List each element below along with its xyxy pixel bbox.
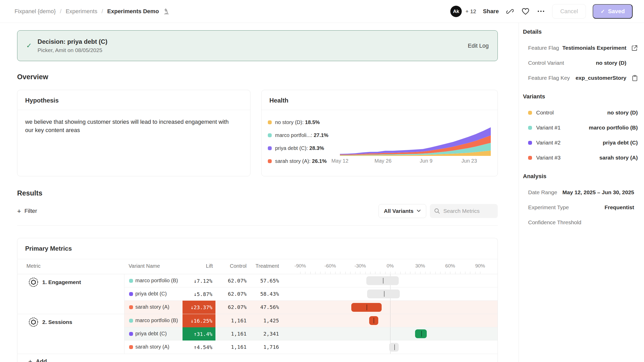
lift-axis-label: 60% [445, 263, 455, 269]
copy-clipboard-icon[interactable] [626, 75, 638, 81]
table-row[interactable]: marco portfolio (B)↓16.25%1,1611,425 [124, 314, 498, 327]
metric-name: 1. Engagement [42, 278, 81, 285]
primary-metrics-card: Primary Metrics Metric Variant Name Lift… [17, 238, 498, 362]
analysis-value: May 12, 2025 – Jun 30, 2025 [562, 189, 634, 196]
external-link-icon[interactable] [626, 45, 638, 51]
collaborators-count[interactable]: + 12 [465, 8, 476, 15]
lift-marker [421, 331, 422, 337]
variant-rows: marco portfolio (B)↓7.12%62.07%57.65%pri… [124, 274, 498, 314]
variant-value: no story (D) [607, 110, 638, 116]
variant-label: Control [536, 110, 554, 116]
analysis-row-experiment-type: Experiment Type Frequentist [523, 204, 638, 211]
variant-name: marco portfolio (B) [135, 317, 178, 323]
axis-tick [410, 272, 410, 274]
share-button[interactable]: Share [483, 8, 499, 15]
copy-link-icon[interactable] [506, 7, 514, 16]
x-axis-label: Jun 9 [420, 158, 432, 164]
lift-axis-label: 30% [415, 263, 425, 269]
health-legend-item: no story (D): 18.5% [268, 119, 340, 125]
table-row[interactable]: priya debt (C)↑31.4%1,1612,341 [124, 327, 498, 341]
x-axis-label: May 26 [374, 158, 391, 164]
table-row[interactable]: marco portfolio (B)↓7.12%62.07%57.65% [124, 274, 498, 287]
legend-label: sarah story (A): 26.1% [275, 158, 327, 164]
detail-row-control-variant: Control Variant no story (D) [523, 59, 638, 67]
axis-tick [430, 272, 430, 274]
control-value: 62.07% [215, 278, 247, 284]
axis-tick [365, 272, 366, 274]
analysis-value: Frequentist [605, 204, 634, 211]
axis-tick [405, 272, 405, 274]
treatment-value: 1,425 [247, 317, 279, 324]
variant-swatch [129, 319, 133, 323]
variant-name: priya debt (C) [135, 331, 167, 337]
cancel-button[interactable]: Cancel [552, 4, 586, 19]
saved-button[interactable]: ✓ Saved [593, 4, 633, 19]
top-bar: Fixpanel {demo} / Experiments / Experime… [0, 0, 644, 23]
analysis-label: Confidence Threshold [528, 219, 581, 226]
axis-tick [380, 272, 380, 274]
detail-row-feature-flag: Feature Flag Testimonials Experiment [523, 44, 638, 52]
decision-banner: ✓ Decision: priya debt (C) Picker, Amit … [17, 30, 498, 61]
lift-axis-label: -90% [295, 263, 306, 269]
health-legend-item: marco portfoli...: 27.1% [268, 132, 340, 138]
lift-marker [374, 318, 374, 323]
axis-tick [300, 272, 300, 274]
control-value: 1,161 [215, 317, 247, 324]
axis-tick [420, 272, 421, 274]
decision-title: Decision: priya debt (C) [38, 38, 107, 45]
variant-row: Variant #1 marco portfolio (B) [523, 124, 638, 132]
detail-value[interactable]: Testimonials Experiment [562, 45, 626, 51]
detail-value: no story (D) [596, 60, 626, 66]
column-treatment: Treatment [247, 263, 279, 269]
main-content: ✓ Decision: priya debt (C) Picker, Amit … [0, 23, 519, 362]
favorite-heart-icon[interactable] [521, 7, 530, 16]
table-row[interactable]: sarah story (A)↓23.37%62.07%47.56% [124, 301, 498, 314]
lift-value: ↓16.25% [183, 314, 215, 327]
metric-cell[interactable]: 1. Engagement [17, 274, 124, 314]
breadcrumb-experiments[interactable]: Experiments [66, 8, 97, 15]
table-row[interactable]: sarah story (A)↑4.54%1,1611,716 [124, 341, 498, 354]
add-metric-button[interactable]: + Add [17, 354, 498, 362]
variant-value: marco portfolio (B) [589, 125, 638, 131]
variant-name: sarah story (A) [135, 304, 169, 310]
axis-tick [385, 272, 386, 274]
plus-icon: + [17, 208, 21, 214]
axis-tick [390, 272, 390, 274]
column-control: Control [215, 263, 247, 269]
plus-icon: + [28, 358, 32, 362]
breadcrumb-project[interactable]: Fixpanel {demo} [15, 8, 56, 15]
metric-name: 2. Sessions [42, 317, 72, 325]
lift-marker [383, 278, 383, 284]
detail-label: Feature Flag Key [528, 75, 570, 81]
treatment-value: 47.56% [247, 304, 279, 310]
treatment-value: 2,341 [247, 331, 279, 337]
add-filter-button[interactable]: + Filter [17, 208, 37, 214]
avatar[interactable]: Ak [450, 6, 462, 17]
table-body: 1. Engagementmarco portfolio (B)↓7.12%62… [17, 274, 498, 354]
lift-axis-label: 90% [475, 263, 485, 269]
axis-tick [325, 272, 325, 274]
axis-tick [475, 272, 475, 274]
axis-tick [340, 272, 340, 274]
variant-value: sarah story (A) [599, 155, 638, 161]
table-header: Metric Variant Name Lift Control Treatme… [17, 259, 498, 274]
axis-tick [330, 272, 331, 274]
more-options-icon[interactable] [537, 7, 545, 16]
edit-log-button[interactable]: Edit Log [468, 42, 489, 49]
chevron-down-icon [417, 209, 421, 212]
table-row[interactable]: priya debt (C)↓5.87%62.07%58.43% [124, 287, 498, 301]
axis-tick [310, 272, 311, 274]
breadcrumb-separator: / [60, 8, 61, 15]
column-metric: Metric [26, 263, 40, 269]
analysis-row-date-range: Date Range May 12, 2025 – Jun 30, 2025 [523, 189, 638, 196]
legend-swatch [268, 146, 272, 150]
microscope-icon [163, 8, 170, 15]
variant-label: Variant #2 [536, 140, 561, 146]
all-variants-dropdown[interactable]: All Variants [379, 204, 426, 218]
x-axis-label: Jun 23 [461, 158, 477, 164]
search-metrics-input[interactable] [443, 208, 494, 214]
analysis-row-confidence-threshold: Confidence Threshold [523, 219, 638, 226]
lift-axis-label: -30% [354, 263, 366, 269]
metric-cell[interactable]: 2. Sessions [17, 314, 124, 354]
analysis-label: Experiment Type [528, 204, 569, 211]
